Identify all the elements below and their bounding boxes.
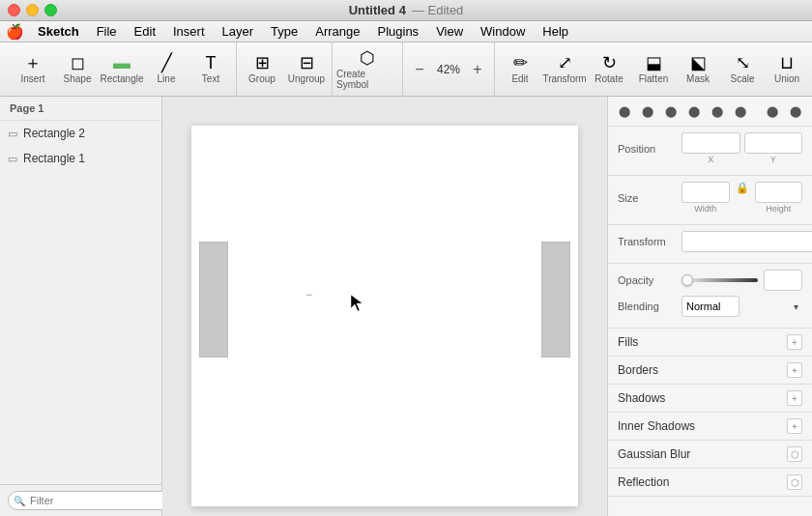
size-fields: Width 🔒 Height — [682, 182, 802, 214]
menu-type[interactable]: Type — [263, 22, 305, 41]
layer-rectangle1-icon: ▭ — [8, 153, 17, 165]
x-input[interactable] — [682, 132, 740, 154]
flatten-button[interactable]: ⬓ Flatten — [632, 46, 675, 93]
shadows-add-button[interactable]: + — [787, 390, 802, 406]
layer-item-rectangle2[interactable]: ▭ Rectangle 2 — [0, 121, 161, 146]
menu-help[interactable]: Help — [535, 22, 576, 41]
menu-view[interactable]: View — [428, 22, 471, 41]
menu-edit[interactable]: Edit — [127, 22, 163, 41]
canvas-rectangle1[interactable] — [199, 242, 228, 358]
scale-label: Scale — [730, 73, 754, 84]
insert-group: ＋ Insert ◻ Shape ▬ Rectangle ╱ Line T Te… — [8, 43, 237, 96]
line-label: Line — [158, 73, 176, 84]
opacity-input[interactable] — [764, 270, 802, 291]
width-field-wrap: Width — [682, 182, 730, 214]
text-button[interactable]: T Text — [189, 46, 232, 93]
borders-section-header: Borders + — [608, 357, 812, 385]
inner-shadows-add-button[interactable]: + — [787, 418, 802, 434]
menu-layer[interactable]: Layer — [215, 22, 262, 41]
zoom-out-button[interactable]: − — [409, 59, 430, 80]
position-fields: X Y — [682, 132, 802, 164]
align-bottom-button[interactable]: ⬤ — [730, 100, 751, 122]
edit-button[interactable]: ✏ Edit — [499, 46, 541, 93]
rotate-button[interactable]: ↻ Rotate — [588, 46, 630, 93]
menu-file[interactable]: File — [89, 22, 125, 41]
group-button[interactable]: ⊞ Group — [241, 46, 283, 93]
scale-button[interactable]: ⤡ Scale — [721, 46, 764, 93]
menu-arrange[interactable]: Arrange — [307, 22, 367, 41]
menu-sketch[interactable]: Sketch — [30, 22, 87, 41]
distribute-v-button[interactable]: ⬤ — [785, 100, 806, 122]
fills-add-button[interactable]: + — [787, 334, 802, 350]
width-input[interactable] — [682, 182, 730, 203]
menu-window[interactable]: Window — [473, 22, 533, 41]
gaussian-blur-toggle[interactable]: ⬡ — [787, 446, 802, 462]
align-top-button[interactable]: ⬤ — [683, 100, 705, 122]
edit-icon: ✏ — [513, 54, 528, 72]
zoom-in-button[interactable]: + — [467, 59, 488, 80]
toolbar: ＋ Insert ◻ Shape ▬ Rectangle ╱ Line T Te… — [0, 43, 812, 97]
rectangle-icon: ▬ — [113, 54, 130, 72]
zoom-area: − 42% + — [403, 43, 495, 96]
menubar: 🍎 Sketch File Edit Insert Layer Type Arr… — [0, 21, 812, 43]
canvas-rectangle2[interactable] — [541, 242, 570, 358]
reflection-toggle[interactable]: ⬡ — [787, 474, 802, 490]
apple-menu[interactable]: 🍎 — [6, 23, 24, 41]
opacity-row: Opacity — [618, 270, 802, 291]
layer-rectangle1-name: Rectangle 1 — [23, 152, 85, 165]
y-input[interactable] — [744, 132, 803, 154]
insert-label: Insert — [20, 73, 44, 84]
x-sub-label: X — [682, 155, 740, 164]
position-label: Position — [618, 143, 676, 155]
minimize-button[interactable] — [26, 4, 39, 16]
layer-rectangle2-icon: ▭ — [8, 128, 17, 140]
lock-icon[interactable]: 🔒 — [734, 182, 751, 214]
layer-list: ▭ Rectangle 2 ▭ Rectangle 1 — [0, 121, 161, 484]
align-right-button[interactable]: ⬤ — [660, 100, 682, 122]
align-center-h-button[interactable]: ⬤ — [637, 100, 658, 122]
borders-label: Borders — [618, 363, 658, 377]
create-symbol-icon: ⬡ — [360, 49, 375, 67]
rotate-wrap: Rotate ↔ ↕ — [682, 231, 812, 252]
flatten-icon: ⬓ — [646, 54, 662, 72]
line-button[interactable]: ╱ Line — [145, 46, 188, 93]
union-button[interactable]: ⊔ Union — [766, 46, 808, 93]
group-label: Group — [248, 73, 276, 84]
filter-input[interactable] — [8, 491, 172, 510]
borders-add-button[interactable]: + — [787, 362, 802, 378]
inspector: ⬤ ⬤ ⬤ ⬤ ⬤ ⬤ ⬤ ⬤ Position X Y — [607, 97, 812, 516]
transform-label: Transform — [542, 73, 586, 84]
rotate-input[interactable] — [682, 231, 812, 252]
opacity-slider[interactable] — [682, 278, 758, 282]
insert-icon: ＋ — [24, 54, 42, 72]
transform-button[interactable]: ⤢ Transform — [543, 46, 586, 93]
distribute-h-button[interactable]: ⬤ — [762, 100, 783, 122]
layer-item-rectangle1[interactable]: ▭ Rectangle 1 — [0, 146, 161, 171]
edit-label: Edit — [511, 73, 528, 84]
opacity-section: Opacity Blending Normal Multiply Screen … — [608, 264, 812, 329]
rectangle-button[interactable]: ▬ Rectangle — [101, 46, 143, 93]
shape-icon: ◻ — [71, 54, 85, 72]
shadows-label: Shadows — [618, 391, 665, 405]
height-input[interactable] — [755, 182, 803, 203]
menu-insert[interactable]: Insert — [165, 22, 213, 41]
align-left-button[interactable]: ⬤ — [614, 100, 635, 122]
fills-section-header: Fills + — [608, 329, 812, 357]
x-field-wrap: X — [682, 132, 740, 164]
mask-button[interactable]: ⬕ Mask — [677, 46, 719, 93]
close-button[interactable] — [8, 4, 20, 16]
shape-button[interactable]: ◻ Shape — [56, 46, 99, 93]
insert-button[interactable]: ＋ Insert — [12, 46, 54, 93]
y-field-wrap: Y — [744, 132, 803, 164]
ungroup-button[interactable]: ⊟ Ungroup — [285, 46, 328, 93]
ungroup-label: Ungroup — [288, 73, 325, 84]
menu-plugins[interactable]: Plugins — [369, 22, 426, 41]
edited-indicator: — Edited — [412, 3, 463, 17]
blending-select[interactable]: Normal Multiply Screen Overlay — [682, 296, 740, 317]
canvas[interactable]: − — [162, 97, 607, 516]
maximize-button[interactable] — [44, 4, 57, 16]
blending-row: Blending Normal Multiply Screen Overlay — [618, 296, 802, 317]
create-symbol-button[interactable]: ⬡ Create Symbol — [336, 46, 398, 93]
align-middle-v-button[interactable]: ⬤ — [707, 100, 728, 122]
text-icon: T — [206, 54, 217, 72]
